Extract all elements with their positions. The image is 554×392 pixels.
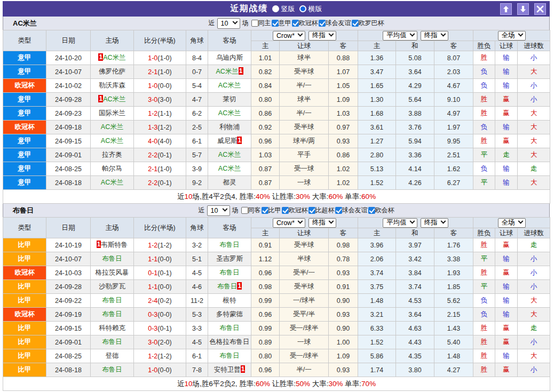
same-venue-label[interactable]: 同主 <box>258 19 271 28</box>
league-checkbox-欧冠杯[interactable] <box>282 207 289 214</box>
odds-away: 0.97 <box>329 121 358 134</box>
away-team: AC米兰 <box>208 79 251 93</box>
league-label[interactable]: 意甲 <box>279 19 291 28</box>
corners: 8-4 <box>186 51 208 65</box>
odds-home: 0.91 <box>251 238 280 252</box>
avg-away: 8.07 <box>434 51 473 65</box>
league-checkbox-意甲[interactable] <box>272 20 279 27</box>
avg-away: 2.51 <box>434 148 473 162</box>
half-time-score: (0-1) <box>157 151 171 159</box>
avg-home: 1.52 <box>358 335 396 349</box>
league-label[interactable]: 球会友谊 <box>326 19 351 28</box>
away-team-name: 布鲁日 <box>219 324 240 332</box>
move-down-button[interactable] <box>517 3 529 15</box>
result-goals: 小 <box>518 79 550 93</box>
half-time-score: (0-1) <box>157 325 171 332</box>
result-outcome: 胜 <box>473 51 495 65</box>
league-checkbox-比甲[interactable] <box>262 207 268 214</box>
league-checkbox-球会友谊[interactable] <box>319 20 326 27</box>
full-time-score: 4-0 <box>148 138 157 145</box>
radio-vertical-layout[interactable]: 竖版 <box>272 4 295 14</box>
result-goals: 大 <box>518 134 550 148</box>
odds-source-select[interactable]: Crow* <box>273 218 305 228</box>
league-label[interactable]: 欧冠杯 <box>289 206 308 215</box>
close-button[interactable] <box>534 3 546 15</box>
odds-home: 0.87 <box>251 176 280 190</box>
match-row: 意甲24-10-201AC米兰1-0(1-0)8-4乌迪内斯1.01球半0.88… <box>3 51 550 65</box>
league-label[interactable]: 欧冠杯 <box>299 19 318 28</box>
half-time-score: (1-2) <box>157 353 171 360</box>
away-team-name: 多特蒙德 <box>216 310 243 318</box>
avg-source-select[interactable]: 平均值 <box>383 31 417 41</box>
result-handicap: 赢 <box>495 134 518 148</box>
radio-horizontal-label[interactable]: 横版 <box>308 4 322 14</box>
odds-home: 0.96 <box>251 134 280 148</box>
away-team: AC米兰 <box>208 107 251 121</box>
odds-home: 1.03 <box>251 148 280 162</box>
red-card-badge: 1 <box>241 365 246 373</box>
away-team-name: AC米兰 <box>218 151 241 158</box>
score: 3-0(2-0) <box>134 335 186 349</box>
radio-vertical-label[interactable]: 竖版 <box>281 4 295 14</box>
odds-handicap: 一球 <box>280 176 329 190</box>
column-subheader: 主 <box>358 41 396 51</box>
odds-home: 1.01 <box>251 51 280 65</box>
odds-time-select[interactable]: 终指 <box>308 31 336 41</box>
match-type: 意甲 <box>3 148 46 162</box>
home-team-name: 国际米兰 <box>99 109 125 117</box>
avg-home: 1.74 <box>358 363 396 377</box>
radio-vertical-icon[interactable] <box>272 5 279 12</box>
match-date: 24-10-07 <box>46 252 91 266</box>
recent-count-select[interactable]: 10 <box>207 205 230 216</box>
league-label[interactable]: 欧会杯 <box>375 206 394 215</box>
odds-handicap: 半/一 <box>280 107 329 121</box>
radio-horizontal-layout[interactable]: 横版 <box>299 4 322 14</box>
scope-select[interactable]: 全场 <box>498 218 526 228</box>
corners: 4-6 <box>186 280 208 294</box>
same-venue-label[interactable]: 同客 <box>248 206 261 215</box>
odds-source-select[interactable]: Crow* <box>273 31 305 41</box>
home-team-name: AC米兰 <box>103 54 125 61</box>
avg-time-select[interactable]: 终指 <box>421 31 448 41</box>
avg-away: 1.76 <box>434 238 473 252</box>
odds-time-select[interactable]: 终指 <box>308 218 336 228</box>
avg-away: 1.48 <box>434 349 473 363</box>
avg-draw: 4.26 <box>396 176 434 190</box>
section-head-1: 布鲁日近10场同客比甲欧冠杯比超杯球会友谊欧会杯 <box>3 204 550 217</box>
home-team: 佛罗伦萨 <box>91 65 134 79</box>
league-checkbox-欧罗巴杯[interactable] <box>352 20 359 27</box>
avg-draw: 3.64 <box>396 308 434 322</box>
home-team: AC米兰 <box>91 121 134 134</box>
avg-home: 1.52 <box>358 176 396 190</box>
chevron-down-icon <box>329 219 334 224</box>
corners: 11-2 <box>186 294 208 308</box>
league-checkbox-欧会杯[interactable] <box>368 207 375 214</box>
column-subheader: 客 <box>329 41 358 51</box>
home-team: 登德 <box>91 349 134 363</box>
league-checkbox-比超杯[interactable] <box>308 207 315 214</box>
league-label[interactable]: 比甲 <box>268 206 281 215</box>
home-team-name: AC米兰 <box>101 179 123 186</box>
league-label[interactable]: 比超杯 <box>315 206 335 215</box>
league-label[interactable]: 欧罗巴杯 <box>359 19 384 28</box>
league-checkbox-球会友谊[interactable] <box>335 207 342 214</box>
scope-select[interactable]: 全场 <box>498 31 526 41</box>
odds-home: 0.80 <box>251 349 280 363</box>
avg-source-select[interactable]: 平均值 <box>383 218 417 228</box>
result-goals: 小 <box>518 335 550 349</box>
avg-home: 2.80 <box>358 148 396 162</box>
result-handicap: 赢 <box>495 363 518 377</box>
recent-count-select[interactable]: 10 <box>217 18 240 29</box>
away-team: 色格拉布鲁日 <box>208 335 251 349</box>
home-team: AC米兰 <box>91 176 134 190</box>
same-venue-checkbox[interactable] <box>251 20 258 27</box>
odds-time-select-value: 终指 <box>312 218 326 227</box>
league-checkbox-欧冠杯[interactable] <box>292 20 299 27</box>
result-goals: 小 <box>518 280 550 294</box>
same-venue-checkbox[interactable] <box>241 207 248 214</box>
avg-time-select[interactable]: 终指 <box>421 218 448 228</box>
avg-draw: 4.63 <box>396 322 434 335</box>
league-label[interactable]: 球会友谊 <box>342 206 368 215</box>
radio-horizontal-icon[interactable] <box>299 5 306 12</box>
move-up-button[interactable] <box>500 3 512 15</box>
